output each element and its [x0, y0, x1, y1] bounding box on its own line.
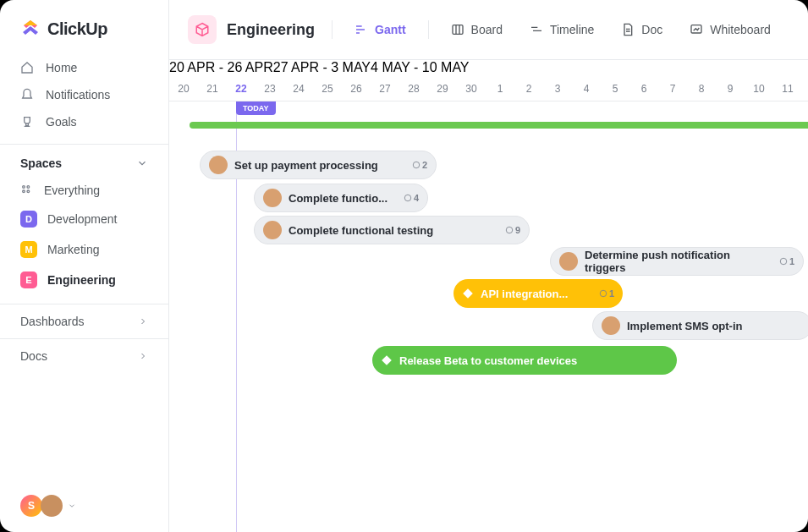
tab-gantt[interactable]: Gantt [349, 19, 411, 40]
chevron-down-icon [136, 157, 148, 169]
svg-point-8 [506, 227, 513, 233]
day-label: 25 [313, 83, 342, 95]
sidebar-item-engineering[interactable]: E Engineering [0, 265, 168, 295]
tab-label: Doc [641, 23, 662, 36]
clickup-logo-icon [20, 19, 41, 39]
week-label: 4 MAY - 10 MAY [371, 60, 469, 74]
nav-notifications[interactable]: Notifications [0, 81, 168, 108]
svg-rect-4 [453, 25, 463, 35]
nav-goals[interactable]: Goals [0, 108, 168, 135]
day-label: 8 [687, 83, 716, 95]
section-label: Docs [20, 349, 47, 363]
sidebar-item-development[interactable]: D Development [0, 204, 168, 234]
assignee-avatar [263, 221, 282, 239]
assignee-avatar [602, 316, 620, 335]
day-label: 20 [169, 83, 198, 95]
tab-whiteboard[interactable]: Whiteboard [684, 19, 776, 40]
task-bar[interactable]: Set up payment processing2 [200, 151, 437, 179]
day-label: 3 [543, 83, 572, 95]
space-label: Everything [44, 184, 100, 197]
timeline-header: 20 APR - 26 APR27 APR - 3 MAY4 MAY - 10 … [169, 60, 808, 101]
day-label: 11 [773, 83, 802, 95]
assignee-avatar [263, 189, 282, 207]
space-label: Development [47, 212, 118, 226]
logo-text: ClickUp [47, 19, 107, 39]
svg-point-7 [404, 195, 411, 201]
task-bar[interactable]: API integration...1 [453, 279, 623, 308]
task-bar[interactable]: Complete functional testing9 [254, 216, 530, 244]
task-bar[interactable]: Complete functio...4 [254, 184, 428, 212]
task-bar[interactable]: Release Beta to customer devices [372, 346, 677, 375]
grid-icon [20, 184, 34, 197]
tab-doc[interactable]: Doc [616, 19, 668, 40]
day-label: 24 [284, 83, 313, 95]
svg-point-2 [23, 190, 25, 193]
summary-bar[interactable] [190, 122, 808, 129]
subtask-count: 1 [779, 256, 794, 266]
spaces-label: Spaces [20, 156, 62, 170]
sidebar-item-everything[interactable]: Everything [0, 177, 168, 204]
week-label: 20 APR - 26 APR [169, 60, 273, 74]
nav-home[interactable]: Home [0, 54, 168, 81]
day-label: 29 [428, 83, 457, 95]
space-badge: M [20, 241, 37, 258]
assignee-avatar [559, 252, 578, 271]
logo[interactable]: ClickUp [0, 0, 168, 54]
task-label: Implement SMS opt-in [627, 320, 743, 332]
gantt-icon [355, 23, 368, 36]
tab-label: Board [471, 23, 503, 36]
chevron-right-icon [138, 351, 148, 361]
space-label: Marketing [47, 243, 99, 256]
day-label: 22 [227, 83, 256, 95]
sidebar-item-marketing[interactable]: M Marketing [0, 234, 168, 265]
sidebar: ClickUp Home Notifications Goals Spaces … [0, 0, 169, 532]
day-label: 1 [486, 83, 514, 95]
tab-label: Gantt [375, 23, 406, 36]
assignee-avatar [209, 156, 228, 174]
doc-icon [621, 23, 635, 36]
tab-timeline[interactable]: Timeline [525, 19, 599, 40]
chevron-right-icon [138, 316, 148, 326]
space-title-wrap[interactable]: Engineering [188, 15, 315, 44]
milestone-icon [381, 354, 393, 366]
subtask-count: 2 [412, 160, 427, 170]
svg-point-3 [27, 190, 30, 193]
task-label: Complete functional testing [289, 224, 433, 237]
app-root: ClickUp Home Notifications Goals Spaces … [0, 0, 808, 532]
task-label: API integration... [481, 288, 568, 300]
whiteboard-icon [690, 23, 703, 36]
tab-label: Timeline [550, 23, 594, 36]
cube-icon [188, 15, 217, 44]
user-menu[interactable]: S [0, 480, 168, 532]
task-bar[interactable]: Implement SMS opt-in [592, 311, 808, 340]
task-bar[interactable]: Determine push notification triggers1 [550, 247, 804, 276]
milestone-icon [462, 288, 474, 299]
chevron-down-icon [68, 502, 76, 510]
day-label: 12 [802, 83, 808, 95]
gantt-body[interactable]: TODAY Set up payment processing2Complete… [169, 101, 808, 532]
day-label: 23 [256, 83, 284, 95]
svg-point-6 [413, 162, 420, 168]
tab-label: Whiteboard [710, 23, 771, 36]
trophy-icon [20, 115, 34, 129]
space-badge: E [20, 271, 37, 288]
subtask-count: 4 [404, 193, 419, 203]
nav-label: Notifications [46, 88, 110, 101]
task-label: Determine push notification triggers [585, 249, 772, 274]
sidebar-dashboards[interactable]: Dashboards [0, 304, 168, 338]
timeline-icon [530, 23, 543, 36]
day-row: 2021222324252627282930123456789101112 [169, 77, 808, 101]
day-label: 4 [572, 83, 601, 95]
task-label: Complete functio... [289, 192, 388, 205]
sidebar-docs[interactable]: Docs [0, 338, 168, 373]
topbar: Engineering Gantt Board Timeline Doc [169, 0, 808, 60]
svg-point-1 [27, 186, 30, 189]
week-row: 20 APR - 26 APR27 APR - 3 MAY4 MAY - 10 … [169, 60, 808, 77]
day-label: 9 [716, 83, 745, 95]
board-icon [451, 23, 464, 36]
space-label: Engineering [47, 273, 116, 287]
spaces-header[interactable]: Spaces [0, 144, 168, 177]
tab-board[interactable]: Board [446, 19, 508, 40]
day-label: 27 [371, 83, 399, 95]
subtask-count: 1 [599, 288, 614, 299]
